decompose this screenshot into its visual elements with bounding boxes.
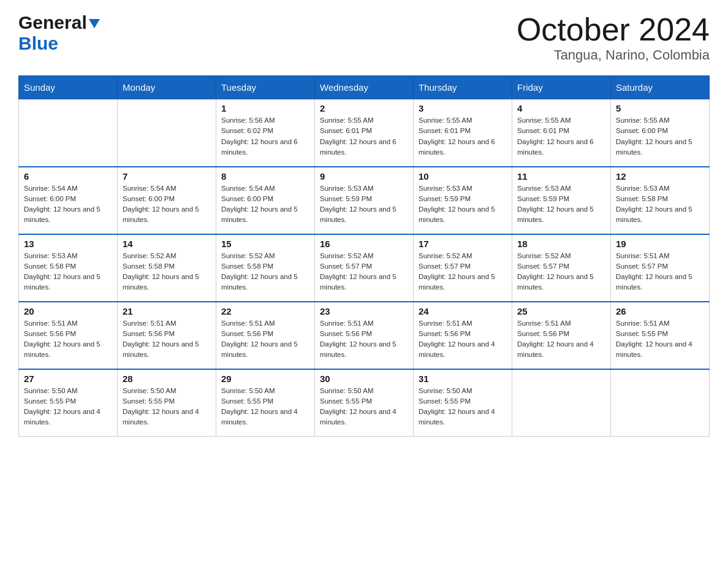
day-info: Sunrise: 5:55 AMSunset: 6:01 PMDaylight:… <box>517 115 605 158</box>
day-number: 17 <box>419 239 507 249</box>
day-info: Sunrise: 5:50 AMSunset: 5:55 PMDaylight:… <box>221 386 309 428</box>
day-number: 30 <box>320 373 408 384</box>
calendar-table: SundayMondayTuesdayWednesdayThursdayFrid… <box>18 75 710 437</box>
weekday-header-saturday: Saturday <box>611 76 710 99</box>
calendar-cell: 5Sunrise: 5:55 AMSunset: 6:00 PMDaylight… <box>611 99 710 167</box>
calendar-cell: 29Sunrise: 5:50 AMSunset: 5:55 PMDayligh… <box>216 369 315 437</box>
logo-triangle-icon <box>89 19 100 28</box>
day-info: Sunrise: 5:54 AMSunset: 6:00 PMDaylight:… <box>123 183 211 226</box>
calendar-week-row: 27Sunrise: 5:50 AMSunset: 5:55 PMDayligh… <box>19 369 710 437</box>
day-number: 20 <box>24 306 112 316</box>
day-number: 23 <box>320 306 408 316</box>
calendar-cell: 4Sunrise: 5:55 AMSunset: 6:01 PMDaylight… <box>512 99 611 167</box>
calendar-cell: 10Sunrise: 5:53 AMSunset: 5:59 PMDayligh… <box>414 167 512 234</box>
calendar-cell: 26Sunrise: 5:51 AMSunset: 5:55 PMDayligh… <box>611 302 710 369</box>
calendar-week-row: 13Sunrise: 5:53 AMSunset: 5:58 PMDayligh… <box>19 234 710 302</box>
calendar-cell: 20Sunrise: 5:51 AMSunset: 5:56 PMDayligh… <box>19 302 118 369</box>
day-number: 4 <box>517 103 605 113</box>
day-info: Sunrise: 5:51 AMSunset: 5:56 PMDaylight:… <box>123 318 211 361</box>
day-info: Sunrise: 5:50 AMSunset: 5:55 PMDaylight:… <box>24 386 112 428</box>
day-number: 11 <box>517 171 605 182</box>
day-number: 29 <box>221 373 309 384</box>
calendar-cell: 2Sunrise: 5:55 AMSunset: 6:01 PMDaylight… <box>315 99 414 167</box>
day-info: Sunrise: 5:52 AMSunset: 5:57 PMDaylight:… <box>517 251 605 293</box>
day-number: 13 <box>24 239 112 249</box>
day-info: Sunrise: 5:51 AMSunset: 5:56 PMDaylight:… <box>221 318 309 361</box>
calendar-cell: 30Sunrise: 5:50 AMSunset: 5:55 PMDayligh… <box>315 369 414 437</box>
day-info: Sunrise: 5:51 AMSunset: 5:56 PMDaylight:… <box>419 318 507 361</box>
calendar-cell: 14Sunrise: 5:52 AMSunset: 5:58 PMDayligh… <box>118 234 216 302</box>
calendar-cell: 12Sunrise: 5:53 AMSunset: 5:58 PMDayligh… <box>611 167 710 234</box>
logo-blue-text: Blue <box>18 33 58 53</box>
calendar-cell: 25Sunrise: 5:51 AMSunset: 5:56 PMDayligh… <box>512 302 611 369</box>
day-info: Sunrise: 5:51 AMSunset: 5:56 PMDaylight:… <box>517 318 605 361</box>
day-number: 25 <box>517 306 605 316</box>
day-info: Sunrise: 5:52 AMSunset: 5:58 PMDaylight:… <box>123 251 211 293</box>
calendar-week-row: 1Sunrise: 5:56 AMSunset: 6:02 PMDaylight… <box>19 99 710 167</box>
day-info: Sunrise: 5:50 AMSunset: 5:55 PMDaylight:… <box>320 386 408 428</box>
day-info: Sunrise: 5:50 AMSunset: 5:55 PMDaylight:… <box>123 386 211 428</box>
day-number: 24 <box>419 306 507 316</box>
calendar-cell <box>118 99 216 167</box>
calendar-cell: 11Sunrise: 5:53 AMSunset: 5:59 PMDayligh… <box>512 167 611 234</box>
calendar-cell: 19Sunrise: 5:51 AMSunset: 5:57 PMDayligh… <box>611 234 710 302</box>
day-info: Sunrise: 5:52 AMSunset: 5:57 PMDaylight:… <box>419 251 507 293</box>
day-number: 3 <box>419 103 507 113</box>
day-info: Sunrise: 5:51 AMSunset: 5:55 PMDaylight:… <box>616 318 704 361</box>
day-number: 7 <box>123 171 211 182</box>
logo: General Blue <box>18 12 100 54</box>
calendar-cell: 9Sunrise: 5:53 AMSunset: 5:59 PMDaylight… <box>315 167 414 234</box>
day-info: Sunrise: 5:53 AMSunset: 5:58 PMDaylight:… <box>24 251 112 293</box>
day-info: Sunrise: 5:53 AMSunset: 5:59 PMDaylight:… <box>419 183 507 226</box>
day-info: Sunrise: 5:52 AMSunset: 5:58 PMDaylight:… <box>221 251 309 293</box>
weekday-header-row: SundayMondayTuesdayWednesdayThursdayFrid… <box>19 76 710 99</box>
day-number: 18 <box>517 239 605 249</box>
day-number: 2 <box>320 103 408 113</box>
day-info: Sunrise: 5:55 AMSunset: 6:00 PMDaylight:… <box>616 115 704 158</box>
day-number: 6 <box>24 171 112 182</box>
weekday-header-thursday: Thursday <box>414 76 512 99</box>
weekday-header-monday: Monday <box>118 76 216 99</box>
calendar-cell: 1Sunrise: 5:56 AMSunset: 6:02 PMDaylight… <box>216 99 315 167</box>
month-title: October 2024 <box>517 12 710 47</box>
calendar-cell: 18Sunrise: 5:52 AMSunset: 5:57 PMDayligh… <box>512 234 611 302</box>
weekday-header-tuesday: Tuesday <box>216 76 315 99</box>
day-info: Sunrise: 5:53 AMSunset: 5:59 PMDaylight:… <box>517 183 605 226</box>
day-number: 5 <box>616 103 704 113</box>
day-info: Sunrise: 5:52 AMSunset: 5:57 PMDaylight:… <box>320 251 408 293</box>
day-number: 9 <box>320 171 408 182</box>
day-info: Sunrise: 5:56 AMSunset: 6:02 PMDaylight:… <box>221 115 309 158</box>
day-number: 16 <box>320 239 408 249</box>
title-section: October 2024 Tangua, Narino, Colombia <box>517 12 710 63</box>
calendar-cell: 7Sunrise: 5:54 AMSunset: 6:00 PMDaylight… <box>118 167 216 234</box>
day-number: 19 <box>616 239 704 249</box>
calendar-cell: 28Sunrise: 5:50 AMSunset: 5:55 PMDayligh… <box>118 369 216 437</box>
day-info: Sunrise: 5:51 AMSunset: 5:57 PMDaylight:… <box>616 251 704 293</box>
weekday-header-wednesday: Wednesday <box>315 76 414 99</box>
calendar-cell: 15Sunrise: 5:52 AMSunset: 5:58 PMDayligh… <box>216 234 315 302</box>
calendar-cell: 13Sunrise: 5:53 AMSunset: 5:58 PMDayligh… <box>19 234 118 302</box>
calendar-week-row: 6Sunrise: 5:54 AMSunset: 6:00 PMDaylight… <box>19 167 710 234</box>
day-info: Sunrise: 5:53 AMSunset: 5:58 PMDaylight:… <box>616 183 704 226</box>
location-title: Tangua, Narino, Colombia <box>517 47 710 63</box>
weekday-header-friday: Friday <box>512 76 611 99</box>
day-number: 28 <box>123 373 211 384</box>
calendar-cell <box>611 369 710 437</box>
day-number: 27 <box>24 373 112 384</box>
calendar-cell: 22Sunrise: 5:51 AMSunset: 5:56 PMDayligh… <box>216 302 315 369</box>
day-info: Sunrise: 5:54 AMSunset: 6:00 PMDaylight:… <box>221 183 309 226</box>
day-number: 21 <box>123 306 211 316</box>
logo-general-text: General <box>18 12 87 33</box>
day-number: 15 <box>221 239 309 249</box>
calendar-cell: 21Sunrise: 5:51 AMSunset: 5:56 PMDayligh… <box>118 302 216 369</box>
calendar-cell: 23Sunrise: 5:51 AMSunset: 5:56 PMDayligh… <box>315 302 414 369</box>
calendar-cell: 8Sunrise: 5:54 AMSunset: 6:00 PMDaylight… <box>216 167 315 234</box>
page-header: General Blue October 2024 Tangua, Narino… <box>18 12 710 63</box>
day-number: 22 <box>221 306 309 316</box>
calendar-cell: 16Sunrise: 5:52 AMSunset: 5:57 PMDayligh… <box>315 234 414 302</box>
day-info: Sunrise: 5:50 AMSunset: 5:55 PMDaylight:… <box>419 386 507 428</box>
calendar-cell <box>512 369 611 437</box>
calendar-week-row: 20Sunrise: 5:51 AMSunset: 5:56 PMDayligh… <box>19 302 710 369</box>
day-info: Sunrise: 5:53 AMSunset: 5:59 PMDaylight:… <box>320 183 408 226</box>
calendar-cell: 27Sunrise: 5:50 AMSunset: 5:55 PMDayligh… <box>19 369 118 437</box>
